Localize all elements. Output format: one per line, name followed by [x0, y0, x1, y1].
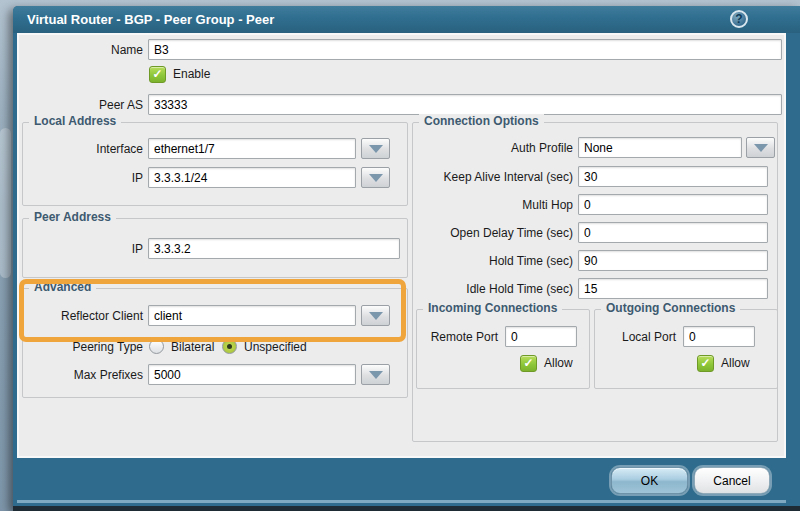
open-delay-label: Open Delay Time (sec)	[415, 223, 573, 244]
incoming-connections-fieldset: Incoming Connections	[416, 309, 590, 389]
open-delay-input[interactable]	[578, 222, 768, 243]
dialog-bottom-edge	[13, 506, 800, 511]
interface-dropdown-button[interactable]	[361, 138, 390, 159]
auth-profile-dropdown-button[interactable]	[746, 137, 775, 158]
keep-alive-label: Keep Alive Interval (sec)	[415, 167, 573, 188]
max-prefixes-dropdown-button[interactable]	[361, 364, 390, 385]
outgoing-connections-legend: Outgoing Connections	[601, 301, 740, 315]
local-ip-dropdown-button[interactable]	[361, 167, 390, 188]
enable-checkbox[interactable]	[149, 66, 166, 83]
remote-port-input[interactable]	[505, 326, 577, 347]
interface-label: Interface	[28, 139, 143, 160]
peer-ip-label: IP	[28, 239, 143, 260]
incoming-allow-checkbox[interactable]	[520, 355, 537, 372]
local-port-input[interactable]	[683, 326, 755, 347]
chevron-down-icon	[369, 145, 383, 153]
hold-time-label: Hold Time (sec)	[415, 251, 573, 272]
incoming-connections-legend: Incoming Connections	[423, 301, 562, 315]
peering-type-label: Peering Type	[28, 337, 143, 358]
idle-hold-time-label: Idle Hold Time (sec)	[415, 279, 573, 300]
advanced-legend: Advanced	[29, 280, 96, 294]
peering-type-bilateral-label: Bilateral	[171, 337, 223, 358]
peer-as-label: Peer AS	[40, 95, 143, 116]
footer-divider	[17, 500, 786, 503]
max-prefixes-label: Max Prefixes	[28, 365, 143, 386]
dialog-titlebar: Virtual Router - BGP - Peer Group - Peer	[13, 6, 800, 33]
peering-type-radio-unspecified[interactable]	[222, 339, 237, 354]
outgoing-connections-fieldset: Outgoing Connections	[594, 309, 778, 389]
outgoing-allow-label: Allow	[721, 353, 765, 374]
remote-port-label: Remote Port	[418, 327, 498, 348]
multi-hop-label: Multi Hop	[415, 195, 573, 216]
local-port-label: Local Port	[596, 327, 676, 348]
chevron-down-icon	[369, 371, 383, 379]
interface-input[interactable]	[148, 138, 356, 159]
local-address-legend: Local Address	[29, 114, 121, 128]
dialog-title: Virtual Router - BGP - Peer Group - Peer	[27, 12, 274, 27]
name-label: Name	[40, 40, 143, 61]
chevron-down-icon	[369, 312, 383, 320]
ok-button[interactable]: OK	[611, 467, 688, 494]
multi-hop-input[interactable]	[578, 194, 768, 215]
peering-type-radio-bilateral[interactable]	[149, 339, 164, 354]
incoming-allow-label: Allow	[544, 353, 588, 374]
local-address-fieldset: Local Address	[22, 122, 408, 206]
local-ip-input[interactable]	[148, 167, 356, 188]
local-ip-label: IP	[28, 168, 143, 189]
reflector-client-dropdown-button[interactable]	[361, 305, 390, 326]
peer-as-input[interactable]	[148, 94, 782, 115]
peer-ip-input[interactable]	[148, 238, 400, 259]
help-icon[interactable]: ?	[730, 10, 748, 28]
peer-address-legend: Peer Address	[29, 210, 116, 224]
reflector-client-label: Reflector Client	[28, 306, 143, 327]
idle-hold-time-input[interactable]	[578, 278, 768, 299]
max-prefixes-input[interactable]	[148, 364, 356, 385]
outgoing-allow-checkbox[interactable]	[697, 355, 714, 372]
name-input[interactable]	[148, 39, 782, 60]
auth-profile-input[interactable]	[578, 137, 742, 158]
background-artifact	[0, 128, 11, 278]
auth-profile-label: Auth Profile	[415, 138, 573, 159]
reflector-client-input[interactable]	[148, 305, 356, 326]
cancel-button[interactable]: Cancel	[694, 467, 770, 494]
keep-alive-input[interactable]	[578, 166, 768, 187]
peering-type-unspecified-label: Unspecified	[244, 337, 316, 358]
enable-label: Enable	[173, 64, 233, 85]
hold-time-input[interactable]	[578, 250, 768, 271]
connection-options-legend: Connection Options	[419, 114, 544, 128]
chevron-down-icon	[369, 174, 383, 182]
chevron-down-icon	[754, 144, 768, 152]
